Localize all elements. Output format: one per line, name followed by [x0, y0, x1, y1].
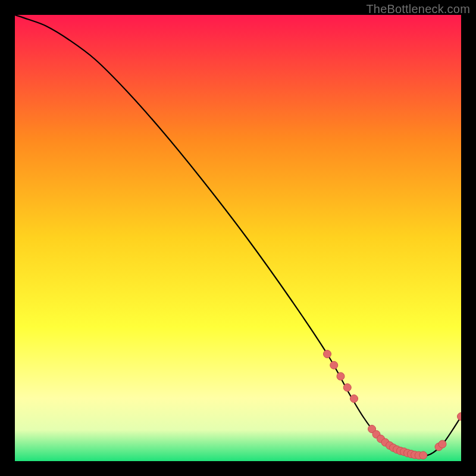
watermark-text: TheBottleneck.com	[366, 2, 470, 16]
marker-point	[350, 395, 358, 403]
plot-area	[15, 15, 461, 461]
marker-point	[330, 361, 338, 369]
marker-point	[439, 440, 446, 448]
gradient-background	[15, 15, 461, 461]
marker-point	[419, 452, 427, 459]
chart-frame: TheBottleneck.com	[0, 0, 476, 476]
chart-svg	[15, 15, 461, 461]
marker-point	[337, 372, 345, 380]
marker-point	[343, 384, 351, 392]
marker-point	[324, 350, 331, 358]
